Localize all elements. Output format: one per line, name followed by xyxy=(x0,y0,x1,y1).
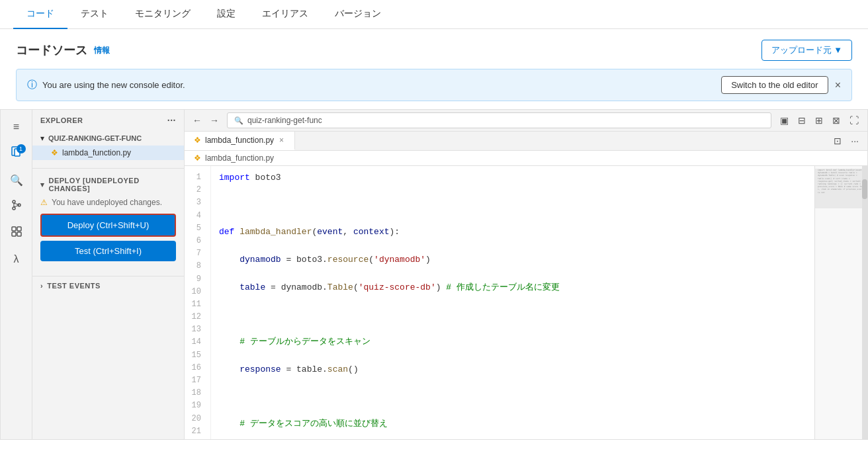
sidebar-icon-source-control[interactable] xyxy=(5,194,28,218)
sidebar-icon-search[interactable]: 🔍 xyxy=(5,168,28,192)
editor-tabs-right: ⊡ ··· xyxy=(830,134,867,148)
split-horizontal-button[interactable]: ⊟ xyxy=(795,113,809,128)
deploy-section: ▾ DEPLOY [UNDEPLOYED CHANGES] ⚠ You have… xyxy=(32,168,184,271)
editor-tabs: ❖ lambda_function.py × ⊡ ··· xyxy=(185,132,867,151)
sidebar-icons: ≡ 1 🔍 xyxy=(1,110,32,439)
folder-name: QUIZ-RANKING-GET-FUNC xyxy=(48,134,142,142)
sidebar-icon-extensions[interactable] xyxy=(5,221,28,245)
folder-item[interactable]: ▾ QUIZ-RANKING-GET-FUNC xyxy=(32,131,184,146)
test-events-header: › TEST EVENTS xyxy=(32,279,184,292)
sidebar-icon-menu[interactable]: ≡ xyxy=(5,115,28,139)
svg-rect-5 xyxy=(12,227,16,231)
extensions-icon xyxy=(11,226,22,240)
sidebar-icon-explorer[interactable]: 1 xyxy=(5,142,28,165)
back-arrow-button[interactable]: ← xyxy=(190,114,204,127)
tab-file-icon: ❖ xyxy=(194,136,201,145)
explorer-more-button[interactable]: ··· xyxy=(167,115,176,126)
minimap: import boto3 def lambda_handler(event, d… xyxy=(814,166,867,439)
svg-point-2 xyxy=(13,200,15,203)
fullscreen-button[interactable]: ⛶ xyxy=(846,113,862,128)
scrollbar-thumb[interactable] xyxy=(862,179,867,199)
code-content[interactable]: import boto3 def lambda_handler(event, c… xyxy=(211,166,814,439)
forward-arrow-button[interactable]: → xyxy=(207,114,222,127)
svg-point-3 xyxy=(13,207,15,210)
main-editor: ← → 🔍 quiz-ranking-get-func ▣ ⊟ ⊞ ⊠ ⛶ ❖ … xyxy=(185,110,867,439)
top-tab-bar: コード テスト モニタリング 設定 エイリアス バージョン xyxy=(0,0,868,29)
svg-rect-6 xyxy=(17,227,21,231)
breadcrumb-file-name: lambda_function.py xyxy=(205,153,274,163)
tab-test[interactable]: テスト xyxy=(67,0,122,29)
deploy-section-header: ▾ DEPLOY [UNDEPLOYED CHANGES] xyxy=(32,174,184,195)
info-banner-message: You are using the new console editor. xyxy=(42,80,185,90)
deploy-warning: ⚠ You have undeployed changes. xyxy=(32,195,184,210)
info-circle-icon: ⓘ xyxy=(27,79,37,91)
editor-tab-lambda[interactable]: ❖ lambda_function.py × xyxy=(185,132,295,150)
tab-version[interactable]: バージョン xyxy=(322,0,394,29)
layout-button[interactable]: ⊠ xyxy=(829,113,844,128)
explorer-badge: 1 xyxy=(17,144,26,153)
tab-code[interactable]: コード xyxy=(13,0,67,29)
file-item-lambda[interactable]: ❖ lambda_function.py xyxy=(32,146,184,160)
info-banner-right: Switch to the old editor × xyxy=(721,76,841,94)
switch-to-old-editor-button[interactable]: Switch to the old editor xyxy=(721,76,828,94)
close-banner-button[interactable]: × xyxy=(835,80,841,91)
chevron-down-icon-deploy: ▾ xyxy=(40,181,45,189)
breadcrumb-file-icon: ❖ xyxy=(194,153,201,163)
editor-nav: ← → xyxy=(190,114,222,127)
file-icon: ❖ xyxy=(51,148,58,157)
explorer-header: EXPLORER ··· xyxy=(32,110,184,131)
info-link[interactable]: 情報 xyxy=(94,45,110,56)
breadcrumb-text: quiz-ranking-get-func xyxy=(247,116,322,125)
file-explorer-panel: EXPLORER ··· ▾ QUIZ-RANKING-GET-FUNC ❖ l… xyxy=(32,110,185,439)
source-control-icon xyxy=(11,199,22,214)
deploy-warning-text: You have undeployed changes. xyxy=(52,198,162,207)
chevron-right-icon: › xyxy=(40,282,43,290)
explorer-title: EXPLORER xyxy=(40,116,83,124)
svg-rect-8 xyxy=(17,232,21,236)
deploy-section-title: DEPLOY [UNDEPLOYED CHANGES] xyxy=(49,177,177,192)
test-events-title: TEST EVENTS xyxy=(47,282,101,290)
code-source-header: コードソース 情報 アップロード元 ▼ xyxy=(0,29,868,69)
menu-icon: ≡ xyxy=(13,121,19,133)
editor-topbar: ← → 🔍 quiz-ranking-get-func ▣ ⊟ ⊞ ⊠ ⛶ xyxy=(185,110,867,132)
search-small-icon: 🔍 xyxy=(234,116,243,125)
file-name: lambda_function.py xyxy=(62,148,131,157)
code-source-title: コードソース 情報 xyxy=(16,42,110,58)
more-tabs-button[interactable]: ··· xyxy=(847,134,862,148)
line-numbers: 1 2 3 4 5 6 7 8 9 10 11 12 13 14 15 16 1… xyxy=(185,166,211,439)
editor-topbar-right: ▣ ⊟ ⊞ ⊠ ⛶ xyxy=(777,113,862,128)
tab-close-button[interactable]: × xyxy=(278,136,285,144)
tab-settings[interactable]: 設定 xyxy=(204,0,249,29)
breadcrumb-bar: 🔍 quiz-ranking-get-func xyxy=(227,112,771,128)
editor-tab-label: lambda_function.py xyxy=(205,136,274,145)
tab-monitoring[interactable]: モニタリング xyxy=(122,0,204,29)
code-area[interactable]: 1 2 3 4 5 6 7 8 9 10 11 12 13 14 15 16 1… xyxy=(185,166,867,439)
split-editor-button[interactable]: ▣ xyxy=(777,113,792,128)
deploy-button[interactable]: Deploy (Ctrl+Shift+U) xyxy=(40,214,176,237)
lambda-icon: λ xyxy=(14,253,19,265)
upload-button[interactable]: アップロード元 ▼ xyxy=(761,40,852,61)
info-banner-left: ⓘ You are using the new console editor. xyxy=(27,79,185,91)
test-events-section: › TEST EVENTS xyxy=(32,276,184,295)
sidebar-icon-lambda[interactable]: λ xyxy=(5,247,28,271)
search-icon: 🔍 xyxy=(10,174,23,187)
tab-alias[interactable]: エイリアス xyxy=(249,0,322,29)
chevron-down-icon: ▾ xyxy=(40,134,44,143)
file-breadcrumb: ❖ lambda_function.py xyxy=(185,151,867,166)
warning-icon: ⚠ xyxy=(40,198,48,207)
svg-rect-7 xyxy=(12,232,16,236)
code-source-label: コードソース xyxy=(16,42,87,58)
info-banner: ⓘ You are using the new console editor. … xyxy=(16,69,852,101)
editor-container: ≡ 1 🔍 xyxy=(0,109,868,440)
vertical-scrollbar[interactable] xyxy=(862,166,867,439)
split-tab-button[interactable]: ⊡ xyxy=(830,134,845,148)
split-vertical-button[interactable]: ⊞ xyxy=(812,113,826,128)
test-button[interactable]: Test (Ctrl+Shift+I) xyxy=(40,241,176,261)
